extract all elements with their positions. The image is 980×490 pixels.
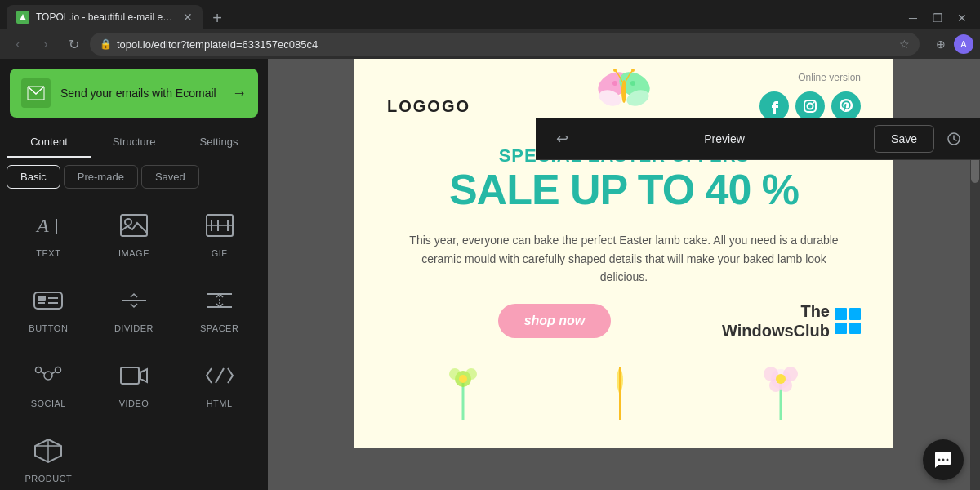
- hero-line2: SALE UP TO 40 %: [387, 167, 861, 213]
- app-layout: Send your emails with Ecomail → Content …: [0, 59, 980, 490]
- pinterest-icon[interactable]: [831, 91, 861, 121]
- chat-button[interactable]: [923, 439, 964, 480]
- svg-point-34: [621, 80, 626, 103]
- block-button-label: BUTTON: [29, 323, 68, 333]
- tab-title: TOPOL.io - beautiful e-mail edito...: [36, 11, 176, 23]
- svg-line-23: [41, 372, 45, 374]
- block-html[interactable]: HTML: [177, 345, 261, 419]
- block-social[interactable]: SOCIAL: [7, 345, 91, 419]
- shop-now-btn[interactable]: shop now: [498, 304, 612, 338]
- browser-tab[interactable]: TOPOL.io - beautiful e-mail edito... ✕: [7, 5, 203, 29]
- close-window-btn[interactable]: ✕: [951, 7, 973, 29]
- spacer-icon: [203, 284, 236, 317]
- product-icon: [32, 434, 65, 467]
- block-video[interactable]: VIDEO: [92, 345, 176, 419]
- sidebar-tabs: Content Structure Settings: [0, 127, 268, 158]
- save-btn[interactable]: Save: [874, 125, 934, 153]
- restore-btn[interactable]: ❐: [926, 7, 949, 29]
- butterfly-decoration: [595, 67, 653, 119]
- lock-icon: 🔒: [100, 38, 112, 50]
- ecomail-text: Send your emails with Ecomail: [60, 87, 222, 100]
- block-product[interactable]: PRODUCT: [7, 421, 91, 490]
- svg-point-45: [466, 368, 477, 380]
- topbar-right: Save: [874, 125, 967, 153]
- svg-point-57: [947, 459, 949, 461]
- tab-close-btn[interactable]: ✕: [183, 11, 193, 24]
- button-icon: [32, 284, 65, 317]
- online-version-link[interactable]: Online version: [798, 72, 861, 83]
- forward-btn[interactable]: ›: [34, 33, 57, 56]
- social-icon: [32, 359, 65, 392]
- undo-btn[interactable]: ↩: [549, 126, 575, 152]
- email-body-text: This year, everyone can bake the perfect…: [354, 221, 893, 296]
- flower-left: [443, 363, 483, 420]
- browser-chrome: TOPOL.io - beautiful e-mail edito... ✕ +…: [0, 0, 980, 59]
- reload-btn[interactable]: ↻: [62, 33, 85, 56]
- block-image-label: IMAGE: [118, 248, 149, 258]
- windows-logo-icon: [835, 308, 861, 334]
- tab-bar: TOPOL.io - beautiful e-mail edito... ✕ +…: [0, 0, 980, 29]
- address-bar[interactable]: 🔒 topol.io/editor?templateId=633157ec085…: [90, 33, 920, 56]
- block-text-label: TEXT: [36, 248, 60, 258]
- video-icon: [118, 359, 150, 392]
- preview-btn[interactable]: Preview: [688, 126, 761, 152]
- profile-btn[interactable]: A: [954, 34, 973, 54]
- topbar-left: ↩: [549, 126, 575, 152]
- star-icon[interactable]: ☆: [899, 38, 910, 51]
- sidebar: Send your emails with Ecomail → Content …: [0, 59, 268, 490]
- svg-line-24: [51, 372, 56, 374]
- ecomail-icon: [21, 78, 51, 108]
- history-btn[interactable]: [941, 126, 967, 152]
- url-text: topol.io/editor?templateId=633157ec085c4: [117, 38, 894, 51]
- topbar: ↩ Preview Save: [536, 118, 980, 160]
- svg-point-21: [36, 368, 42, 373]
- facebook-icon[interactable]: [760, 91, 789, 121]
- instagram-icon[interactable]: [795, 91, 825, 121]
- svg-point-54: [776, 374, 786, 384]
- block-html-label: HTML: [207, 399, 233, 408]
- cta-row: shop now The WindowsClub: [354, 296, 893, 354]
- content-subtabs: Basic Pre-made Saved: [0, 158, 268, 189]
- block-spacer[interactable]: SPACER: [177, 270, 261, 344]
- block-divider[interactable]: DIVIDER: [92, 270, 176, 344]
- leaf-center: [612, 363, 628, 420]
- block-image[interactable]: IMAGE: [92, 195, 176, 269]
- svg-point-40: [808, 104, 813, 109]
- svg-point-55: [938, 459, 941, 461]
- svg-rect-11: [38, 296, 46, 301]
- flower-right: [756, 363, 805, 420]
- block-gif[interactable]: GIF: [177, 195, 261, 269]
- block-button[interactable]: BUTTON: [7, 270, 91, 344]
- new-tab-btn[interactable]: +: [206, 7, 229, 29]
- html-icon: [203, 359, 236, 392]
- block-video-label: VIDEO: [119, 399, 149, 408]
- block-social-label: SOCIAL: [31, 399, 66, 408]
- tab-structure[interactable]: Structure: [91, 127, 176, 158]
- scrollbar-track: [970, 118, 980, 490]
- tab-favicon: [16, 11, 29, 24]
- svg-point-46: [459, 375, 467, 383]
- svg-point-4: [125, 219, 131, 225]
- minimize-btn[interactable]: ─: [902, 7, 924, 29]
- svg-point-22: [56, 368, 61, 373]
- block-text[interactable]: A TEXT: [7, 195, 91, 269]
- block-gif-label: GIF: [212, 248, 228, 258]
- block-product-label: PRODUCT: [24, 474, 72, 483]
- tab-content[interactable]: Content: [7, 127, 91, 158]
- subtab-premade[interactable]: Pre-made: [64, 165, 138, 189]
- ecomail-arrow-icon: →: [232, 85, 247, 102]
- decorative-bottom: [354, 354, 893, 420]
- windows-club-text: The: [800, 301, 830, 321]
- block-spacer-label: SPACER: [200, 323, 238, 333]
- tab-settings[interactable]: Settings: [176, 127, 261, 158]
- subtab-basic[interactable]: Basic: [7, 165, 60, 189]
- svg-point-20: [44, 372, 52, 380]
- subtab-saved[interactable]: Saved: [141, 165, 199, 189]
- topbar-center: Preview: [585, 126, 864, 152]
- extensions-btn[interactable]: ⊕: [931, 34, 951, 54]
- svg-text:A: A: [35, 215, 49, 236]
- back-btn[interactable]: ‹: [7, 33, 29, 56]
- svg-point-36: [631, 69, 635, 72]
- image-icon: [118, 209, 150, 242]
- ecomail-banner[interactable]: Send your emails with Ecomail →: [10, 69, 258, 118]
